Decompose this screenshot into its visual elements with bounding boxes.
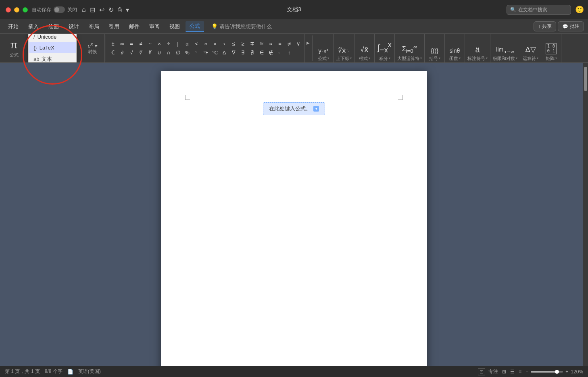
redo-icon[interactable]: ↻: [108, 6, 114, 14]
dropdown-text[interactable]: ab 文本: [29, 53, 76, 63]
sym-celsius[interactable]: ℃: [211, 48, 219, 57]
vertical-scrollbar[interactable]: [583, 63, 588, 366]
formula-group-largeop[interactable]: Σi=0∞ 大型运算符 ▾: [395, 34, 425, 62]
menu-mail[interactable]: 邮件: [125, 21, 144, 32]
sym-rsaquo[interactable]: ›: [220, 39, 229, 48]
menu-view[interactable]: 视图: [165, 21, 184, 32]
formula-button-area[interactable]: π 公式 / Unicode {} LaTeX ab 文本: [0, 34, 28, 62]
sym-empty[interactable]: ∅: [173, 48, 182, 57]
formula-group-subscript[interactable]: ∜x̄ ⁻ₓ 上下标 ▾: [334, 34, 354, 62]
account-icon[interactable]: 🙂: [575, 5, 584, 14]
status-view-toggle[interactable]: ⊞: [502, 369, 506, 375]
comment-button[interactable]: 💬 批注: [558, 21, 584, 31]
menu-design[interactable]: 设计: [65, 21, 83, 32]
formula-group-accent[interactable]: ä 标注符号 ▾: [465, 34, 490, 62]
share-button[interactable]: ↑ 共享: [534, 21, 556, 31]
status-outline-icon[interactable]: ☰: [510, 369, 515, 375]
sym-exists[interactable]: ∃: [238, 48, 247, 57]
sym-tilde[interactable]: ~: [146, 39, 154, 48]
sym-percent[interactable]: %: [183, 48, 192, 57]
minimize-button[interactable]: [14, 7, 19, 12]
sym-geq[interactable]: ≥: [238, 39, 247, 48]
autosave-toggle[interactable]: [54, 6, 65, 13]
sym-notin[interactable]: ∉: [266, 48, 275, 57]
search-box[interactable]: 🔍 在文档中搜索: [507, 5, 571, 15]
formula-group-matrix[interactable]: 1 00 1 矩阵 ▾: [541, 34, 561, 62]
sym-complex[interactable]: ℂ: [108, 48, 117, 57]
sym-fahrenheit[interactable]: ℉: [201, 48, 210, 57]
symbols-more-button[interactable]: ▶: [305, 34, 311, 52]
zoom-slider[interactable]: [531, 371, 563, 373]
sym-equiv[interactable]: ≡: [275, 39, 284, 48]
menu-formula[interactable]: 公式: [186, 21, 204, 32]
sym-laquo[interactable]: «: [201, 39, 210, 48]
print-icon[interactable]: ⎙: [118, 6, 122, 13]
sym-mp[interactable]: ∓: [248, 39, 256, 48]
sym-sqrt[interactable]: √: [127, 48, 136, 57]
sym-in[interactable]: ∈: [257, 48, 266, 57]
formula-group-bracket[interactable]: {()} 括号 ▾: [425, 34, 445, 62]
sym-equals[interactable]: =: [127, 39, 136, 48]
sym-infinity[interactable]: ∞: [118, 39, 127, 48]
sym-leq[interactable]: ≤: [229, 39, 238, 48]
layout-view-icon[interactable]: ⊡: [478, 368, 485, 375]
menu-draw[interactable]: 绘图: [44, 21, 63, 32]
formula-dropdown[interactable]: / Unicode {} LaTeX ab 文本: [28, 34, 77, 63]
sym-divide[interactable]: ÷: [164, 39, 173, 48]
sym-nabla[interactable]: ∇: [229, 48, 238, 57]
sym-degree[interactable]: °: [192, 48, 201, 57]
sym-partial[interactable]: ∂: [118, 48, 127, 57]
home-icon[interactable]: ⌂: [82, 6, 86, 13]
menu-assist[interactable]: 💡 请告诉我您想要做什么: [207, 21, 276, 32]
formula-group-operator[interactable]: Δ▽ 运算符 ▾: [520, 34, 541, 62]
sym-notequal[interactable]: ≠: [136, 39, 145, 48]
sym-fourthrt[interactable]: ∜: [146, 48, 154, 57]
formula-input-box[interactable]: 在此处键入公式。 ▾: [263, 102, 325, 115]
formula-group-radical[interactable]: √x̄ 根式 ▾: [354, 34, 375, 62]
sym-nequiv[interactable]: ≢: [285, 39, 294, 48]
sym-leftarrow[interactable]: ←: [275, 48, 284, 57]
dropdown-latex[interactable]: {} LaTeX: [29, 42, 76, 53]
dropdown-unicode[interactable]: / Unicode: [29, 34, 76, 42]
formula-group-limit[interactable]: limn→∞ 极限和对数 ▾: [490, 34, 520, 62]
undo-icon[interactable]: ↩: [99, 6, 104, 14]
zoom-in-button[interactable]: +: [565, 369, 568, 375]
layout-icon[interactable]: ⊟: [90, 6, 95, 14]
menu-review[interactable]: 审阅: [145, 21, 164, 32]
formula-group-eq[interactable]: ȳ· ex 公式 ▾: [313, 34, 334, 62]
sym-times[interactable]: ×: [155, 39, 164, 48]
menu-layout[interactable]: 布局: [85, 21, 103, 32]
sym-cong[interactable]: ≅: [257, 39, 266, 48]
formula-arrow-button[interactable]: ▾: [313, 106, 319, 112]
status-list-icon[interactable]: ≡: [519, 369, 521, 375]
scrollbar-thumb[interactable]: [584, 67, 587, 91]
status-proofread-icon[interactable]: 📄: [67, 369, 73, 375]
sym-intersect[interactable]: ∩: [164, 48, 173, 57]
formula-group-integral[interactable]: ∫−xx 积分 ▾: [375, 34, 395, 62]
sym-approx[interactable]: ≈: [266, 39, 275, 48]
insert-convert-group[interactable]: ex ▾ 转换: [81, 34, 105, 62]
sym-vee[interactable]: ∨: [294, 39, 303, 48]
more-icon[interactable]: ▾: [126, 6, 129, 14]
formula-group-func[interactable]: sinθ 函数 ▾: [445, 34, 465, 62]
sym-plusminus[interactable]: ±: [108, 39, 117, 48]
language-text: 英语(美国): [78, 368, 101, 375]
sym-nexists[interactable]: ∄: [248, 48, 256, 57]
sym-delta[interactable]: Δ: [220, 48, 229, 57]
focus-label[interactable]: 专注: [488, 368, 498, 375]
sym-raquo[interactable]: »: [211, 39, 219, 48]
sym-alpha[interactable]: α: [183, 39, 192, 48]
status-language[interactable]: 英语(美国): [78, 368, 101, 375]
sym-cbrt[interactable]: ∛: [136, 48, 145, 57]
sym-lt[interactable]: <: [192, 39, 201, 48]
menu-insert[interactable]: 插入: [24, 21, 43, 32]
sym-union[interactable]: ∪: [155, 48, 164, 57]
menu-reference[interactable]: 引用: [105, 21, 123, 32]
zoom-out-button[interactable]: −: [525, 369, 528, 375]
sym-pipe[interactable]: |: [173, 39, 182, 48]
sym-uparrow[interactable]: ↑: [285, 48, 294, 57]
menu-start[interactable]: 开始: [4, 21, 23, 32]
zoom-slider-thumb[interactable]: [555, 370, 559, 374]
close-button[interactable]: [6, 7, 11, 12]
fullscreen-button[interactable]: [23, 7, 28, 12]
